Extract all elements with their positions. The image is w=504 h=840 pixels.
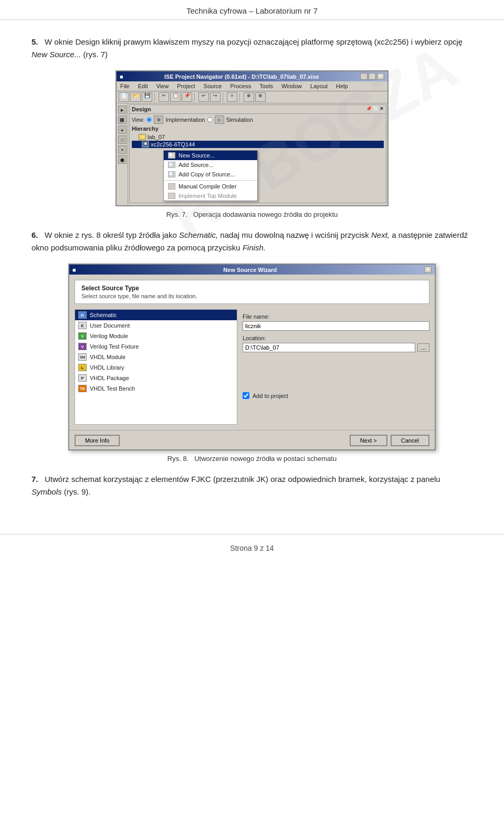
hierarchy-item-xc2c256[interactable]: 🔲 xc2c256-6TQ144 bbox=[132, 141, 384, 148]
toolbar-btn-8[interactable]: ↪ bbox=[210, 92, 220, 102]
toolbar-separator-4 bbox=[239, 92, 242, 102]
user-doc-icon: E bbox=[78, 322, 87, 329]
ctx-add-source[interactable]: 📄 Add Source... bbox=[164, 160, 257, 170]
ise-toolbar: 📄 📂 💾 ✂ 📋 📌 ↩ ↪ » ⊕ ⊗ bbox=[117, 91, 387, 103]
location-label: Location: bbox=[243, 335, 429, 341]
vhdl-package-label: VHDL Package bbox=[90, 375, 129, 381]
ctx-manual-icon bbox=[168, 183, 175, 190]
pin-icon[interactable]: 📌 bbox=[366, 106, 372, 112]
menu-view[interactable]: View bbox=[155, 82, 171, 90]
vhdl-library-label: VHDL Library bbox=[90, 364, 124, 371]
menu-help[interactable]: Help bbox=[334, 82, 350, 90]
toolbar-btn-5[interactable]: 📋 bbox=[170, 92, 181, 102]
source-type-vhdl-package[interactable]: P VHDL Package bbox=[75, 373, 237, 383]
menu-file[interactable]: File bbox=[119, 82, 131, 90]
menu-layout[interactable]: Layout bbox=[309, 82, 329, 90]
menu-window[interactable]: Window bbox=[280, 82, 303, 90]
hierarchy-label: Hierarchy bbox=[132, 125, 384, 132]
add-to-project-label: Add to project bbox=[253, 393, 288, 399]
file-name-input[interactable] bbox=[243, 321, 429, 331]
wizard-right: File name: Location: ... Add to project bbox=[243, 309, 429, 425]
toolbar-btn-3[interactable]: 💾 bbox=[142, 92, 152, 102]
source-type-vhdl-library[interactable]: L VHDL Library bbox=[75, 362, 237, 373]
wizard-screenshot: ■ New Source Wizard ✕ Select Source Type… bbox=[32, 264, 472, 450]
ise-title-icon: ■ bbox=[120, 74, 123, 80]
close-button[interactable]: ✕ bbox=[377, 73, 384, 80]
toolbar-btn-6[interactable]: 📌 bbox=[182, 92, 192, 102]
ctx-add-copy-icon: 📄 bbox=[168, 171, 175, 177]
ctx-implement-label: Implement Top Module bbox=[178, 193, 237, 199]
toolbar-btn-1[interactable]: 📄 bbox=[119, 92, 129, 102]
ctx-add-source-icon: 📄 bbox=[168, 162, 175, 168]
browse-button[interactable]: ... bbox=[417, 343, 429, 352]
ise-left-icons: ▶ ⬛ ◈ ⬡ ✦ ⬤ bbox=[117, 103, 128, 205]
toolbar-btn-7[interactable]: ↩ bbox=[198, 92, 209, 102]
wizard-left: D Schematic E User Document V Verilog Mo… bbox=[75, 309, 237, 425]
ctx-separator bbox=[164, 180, 257, 181]
ise-screenshot: ■ ISE Project Navigator (0.61xd) - D:\TC… bbox=[32, 70, 472, 206]
location-input[interactable] bbox=[243, 343, 415, 352]
restore-icon[interactable]: ⬜ bbox=[373, 106, 379, 112]
toolbar-btn-9[interactable]: » bbox=[227, 92, 237, 102]
left-icon-5[interactable]: ✦ bbox=[118, 145, 127, 154]
sim-label: Simulation bbox=[226, 117, 253, 123]
left-icon-6[interactable]: ⬤ bbox=[118, 155, 127, 164]
ctx-manual[interactable]: Manual Compile Order bbox=[164, 182, 257, 191]
toolbar-btn-10[interactable]: ⊕ bbox=[244, 92, 254, 102]
ctx-add-copy[interactable]: 📄 Add Copy of Source... bbox=[164, 170, 257, 179]
menu-source[interactable]: Source bbox=[202, 82, 224, 90]
wizard-title-icon: ■ bbox=[72, 267, 76, 273]
left-icon-1[interactable]: ▶ bbox=[118, 106, 127, 114]
hierarchy-item-lab07[interactable]: 📁 lab_07 bbox=[132, 133, 384, 141]
next-button[interactable]: Next > bbox=[350, 435, 387, 446]
wizard-close-btn[interactable]: ✕ bbox=[424, 266, 432, 273]
ctx-implement[interactable]: Implement Top Module bbox=[164, 191, 257, 201]
toolbar-separator-1 bbox=[154, 92, 156, 102]
ctx-new-source[interactable]: 📄 New Source... bbox=[164, 151, 257, 160]
design-panel-content: View: ⚙ Implementation ▷ Simulation Hier… bbox=[130, 114, 386, 203]
location-row: ... bbox=[243, 343, 429, 352]
more-info-button[interactable]: More Info bbox=[75, 435, 120, 446]
toolbar-btn-11[interactable]: ⊗ bbox=[255, 92, 266, 102]
source-type-verilog-tf[interactable]: V Verilog Test Fixture bbox=[75, 341, 237, 352]
menu-process[interactable]: Process bbox=[228, 82, 253, 90]
source-type-vhdl-tb[interactable]: TB VHDL Test Bench bbox=[75, 383, 237, 394]
ise-title-text: ISE Project Navigator (0.61xd) - D:\TC\l… bbox=[164, 74, 319, 80]
ise-menubar: File Edit View Project Source Process To… bbox=[117, 81, 387, 91]
source-type-vhdl-module[interactable]: VH VHDL Module bbox=[75, 352, 237, 362]
panel-close-icon[interactable]: ✕ bbox=[380, 106, 384, 112]
minimize-button[interactable]: _ bbox=[360, 73, 368, 80]
source-list[interactable]: D Schematic E User Document V Verilog Mo… bbox=[75, 309, 237, 425]
page-footer: Strona 9 z 14 bbox=[0, 534, 504, 558]
vhdl-module-label: VHDL Module bbox=[90, 354, 125, 360]
sim-icon: ▷ bbox=[215, 116, 224, 124]
ise-window: ■ ISE Project Navigator (0.61xd) - D:\TC… bbox=[116, 70, 388, 206]
left-icon-3[interactable]: ◈ bbox=[118, 125, 127, 134]
vhdl-tb-label: VHDL Test Bench bbox=[90, 385, 135, 392]
toolbar-btn-2[interactable]: 📂 bbox=[130, 92, 141, 102]
maximize-button[interactable]: □ bbox=[369, 73, 376, 80]
section-6-text: 6. W oknie z rys. 8 określ typ źródła ja… bbox=[32, 229, 472, 254]
ise-titlebar: ■ ISE Project Navigator (0.61xd) - D:\TC… bbox=[117, 71, 387, 81]
source-type-verilog[interactable]: V Verilog Module bbox=[75, 331, 237, 341]
schematic-icon: D bbox=[78, 311, 87, 319]
menu-project[interactable]: Project bbox=[175, 82, 196, 90]
context-menu: 📄 New Source... 📄 Add Source... 📄 bbox=[163, 150, 258, 201]
wizard-header-section: Select Source Type Select source type, f… bbox=[75, 280, 429, 304]
menu-edit[interactable]: Edit bbox=[136, 82, 150, 90]
add-to-project-checkbox[interactable] bbox=[243, 392, 249, 399]
source-type-schematic[interactable]: D Schematic bbox=[75, 310, 237, 320]
left-icon-4[interactable]: ⬡ bbox=[118, 135, 127, 144]
ise-body: ▶ ⬛ ◈ ⬡ ✦ ⬤ Design 📌 bbox=[117, 103, 387, 205]
sim-radio[interactable] bbox=[207, 117, 213, 122]
source-type-user-doc[interactable]: E User Document bbox=[75, 320, 237, 331]
wizard-title-text: New Source Wizard bbox=[223, 267, 277, 273]
vhdl-package-icon: P bbox=[78, 374, 87, 382]
toolbar-separator-3 bbox=[223, 92, 225, 102]
left-icon-2[interactable]: ⬛ bbox=[118, 116, 127, 124]
menu-tools[interactable]: Tools bbox=[258, 82, 275, 90]
verilog-label: Verilog Module bbox=[90, 333, 128, 339]
impl-radio[interactable] bbox=[146, 117, 152, 122]
cancel-button[interactable]: Cancel bbox=[391, 435, 429, 446]
toolbar-btn-4[interactable]: ✂ bbox=[159, 92, 169, 102]
